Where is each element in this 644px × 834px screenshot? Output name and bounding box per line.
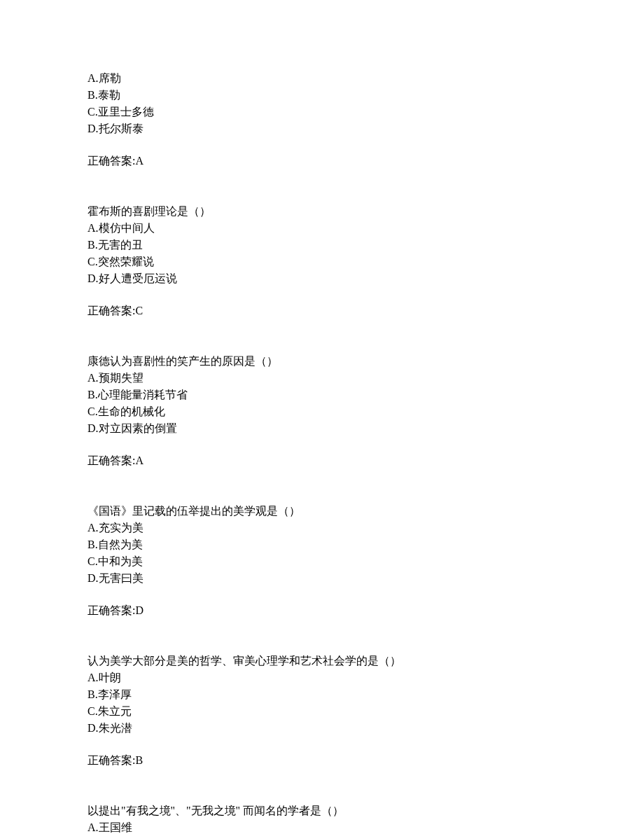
option-c: C.突然荣耀说: [88, 253, 556, 270]
option-a: A.王国维: [88, 819, 556, 834]
option-d: D.朱光潜: [88, 720, 556, 737]
option-a: A.模仿中间人: [88, 220, 556, 237]
question-block-6: 以提出"有我之境"、"无我之境" 而闻名的学者是（） A.王国维 B.梁启超: [88, 802, 556, 834]
option-d: D.托尔斯泰: [88, 120, 556, 137]
question-block-1: A.席勒 B.泰勒 C.亚里士多德 D.托尔斯泰 正确答案:A: [88, 70, 556, 169]
question-text: 《国语》里记载的伍举提出的美学观是（）: [88, 503, 556, 520]
option-a: A.叶朗: [88, 669, 556, 686]
option-a: A.充实为美: [88, 520, 556, 536]
question-block-5: 认为美学大部分是美的哲学、审美心理学和艺术社会学的是（） A.叶朗 B.李泽厚 …: [88, 653, 556, 769]
option-b: B.泰勒: [88, 87, 556, 104]
option-a: A.预期失望: [88, 370, 556, 387]
answer-text: 正确答案:C: [88, 303, 556, 319]
option-d: D.对立因素的倒置: [88, 420, 556, 437]
question-block-3: 康德认为喜剧性的笑产生的原因是（） A.预期失望 B.心理能量消耗节省 C.生命…: [88, 353, 556, 469]
option-b: B.李泽厚: [88, 686, 556, 703]
question-text: 康德认为喜剧性的笑产生的原因是（）: [88, 353, 556, 370]
question-text: 霍布斯的喜剧理论是（）: [88, 203, 556, 220]
option-c: C.朱立元: [88, 703, 556, 720]
option-b: B.自然为美: [88, 536, 556, 553]
option-a: A.席勒: [88, 70, 556, 87]
answer-text: 正确答案:B: [88, 752, 556, 769]
question-text: 以提出"有我之境"、"无我之境" 而闻名的学者是（）: [88, 802, 556, 819]
answer-text: 正确答案:A: [88, 153, 556, 169]
option-c: C.中和为美: [88, 553, 556, 570]
question-block-4: 《国语》里记载的伍举提出的美学观是（） A.充实为美 B.自然为美 C.中和为美…: [88, 503, 556, 619]
question-block-2: 霍布斯的喜剧理论是（） A.模仿中间人 B.无害的丑 C.突然荣耀说 D.好人遭…: [88, 203, 556, 319]
option-b: B.无害的丑: [88, 237, 556, 253]
answer-text: 正确答案:D: [88, 602, 556, 619]
option-c: C.生命的机械化: [88, 403, 556, 420]
option-c: C.亚里士多德: [88, 104, 556, 120]
option-b: B.心理能量消耗节省: [88, 387, 556, 403]
answer-text: 正确答案:A: [88, 452, 556, 469]
question-text: 认为美学大部分是美的哲学、审美心理学和艺术社会学的是（）: [88, 653, 556, 669]
option-d: D.好人遭受厄运说: [88, 270, 556, 287]
option-d: D.无害曰美: [88, 570, 556, 587]
